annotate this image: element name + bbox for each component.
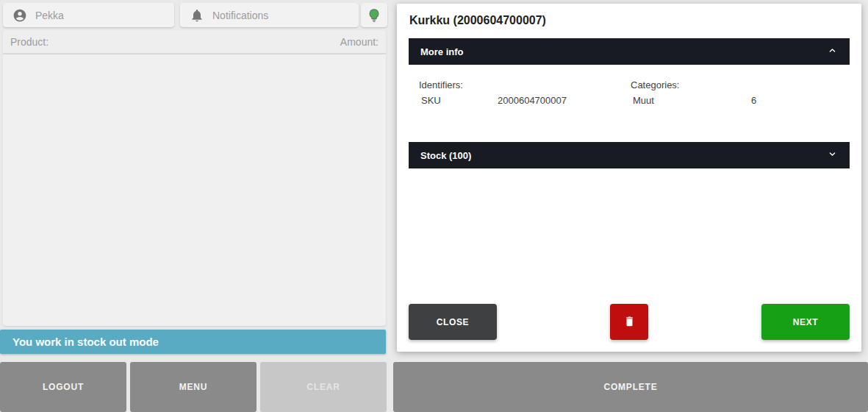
category-count: 6	[751, 95, 756, 106]
identifier-key: SKU	[421, 95, 498, 106]
lightbulb-icon	[366, 7, 382, 24]
categories-label: Categories:	[631, 79, 679, 90]
clear-button[interactable]: CLEAR	[260, 362, 387, 412]
identifier-row: SKU 2000604700007	[421, 95, 567, 106]
amount-column-header: Amount:	[340, 36, 379, 48]
chevron-up-icon	[827, 45, 838, 58]
product-column-header: Product:	[10, 36, 49, 48]
identifiers-label: Identifiers:	[419, 79, 463, 90]
complete-button[interactable]: COMPLETE	[393, 362, 868, 412]
lightbulb-button[interactable]	[361, 3, 387, 27]
trash-icon	[623, 314, 636, 330]
more-info-accordion-header[interactable]: More info	[409, 38, 850, 65]
order-list-body	[3, 54, 386, 326]
delete-button[interactable]	[610, 304, 648, 340]
category-row: Muut 6	[633, 95, 756, 106]
bell-icon	[190, 8, 204, 23]
next-button[interactable]: NEXT	[761, 304, 850, 340]
account-circle-icon	[12, 8, 27, 23]
order-list-header: Product: Amount:	[3, 30, 386, 54]
close-button[interactable]: CLOSE	[409, 304, 497, 340]
stock-accordion-header[interactable]: Stock (100)	[409, 142, 850, 168]
identifier-value: 2000604700007	[498, 95, 567, 106]
chevron-down-icon	[827, 149, 838, 162]
user-button[interactable]: Pekka	[3, 3, 174, 27]
user-label: Pekka	[35, 10, 64, 21]
category-name: Muut	[633, 95, 751, 106]
product-modal-title: Kurkku (2000604700007)	[409, 14, 546, 27]
notifications-label: Notifications	[212, 10, 268, 21]
menu-button[interactable]: MENU	[130, 362, 257, 412]
more-info-label: More info	[420, 46, 464, 57]
stock-label: Stock (100)	[420, 150, 471, 161]
stock-mode-banner: You work in stock out mode	[0, 330, 386, 354]
app-window: Pekka Notifications Product: Amount: You…	[0, 0, 868, 412]
stock-mode-banner-text: You work in stock out mode	[12, 335, 159, 348]
notifications-button[interactable]: Notifications	[180, 3, 359, 27]
logout-button[interactable]: LOGOUT	[0, 362, 126, 412]
product-modal: Kurkku (2000604700007) More info Identif…	[397, 4, 861, 352]
